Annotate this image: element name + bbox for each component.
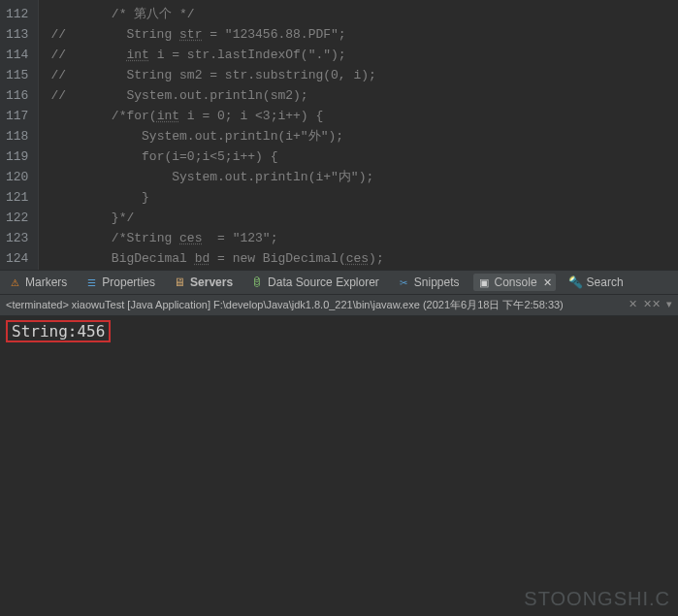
line-number: 114 <box>6 45 28 65</box>
code-line[interactable]: System.out.println(i+"内"); <box>50 167 678 187</box>
line-number: 124 <box>6 248 28 269</box>
line-number: 121 <box>6 187 28 208</box>
code-area[interactable]: /* 第八个 */// String str = "123456.88.PDF"… <box>39 0 678 270</box>
line-number: 118 <box>6 126 28 146</box>
tab-console[interactable]: ▣Console✕ <box>473 274 556 291</box>
database-icon: 🛢 <box>250 276 264 289</box>
remove-launch-icon[interactable]: ✕ <box>629 298 637 312</box>
code-line[interactable]: BigDecimal bd = new BigDecimal(ces); <box>50 248 678 269</box>
code-line[interactable]: /* 第八个 */ <box>50 4 678 24</box>
properties-icon: ☰ <box>84 276 98 289</box>
line-gutter: 1121131141151161171181191201211221231241… <box>0 0 39 270</box>
code-line[interactable]: System.out.println(i+"外"); <box>50 126 678 146</box>
code-line[interactable]: /*String ces = "123"; <box>50 228 678 248</box>
search-icon: 🔦 <box>569 276 583 289</box>
code-line[interactable]: // String sm2 = str.substring(0, i); <box>50 65 678 85</box>
tab-servers[interactable]: 🖥Servers <box>169 274 237 291</box>
tab-label: Snippets <box>414 276 460 289</box>
snippets-icon: ✂ <box>397 276 410 289</box>
code-editor[interactable]: 1121131141151161171181191201211221231241… <box>0 0 678 270</box>
markers-icon: ⚠ <box>8 276 21 289</box>
more-icon[interactable]: ▾ <box>666 298 672 312</box>
code-line[interactable]: // String str = "123456.88.PDF"; <box>50 24 678 45</box>
line-number: 116 <box>6 85 28 106</box>
line-number: 117 <box>6 106 28 126</box>
line-number: 122 <box>6 208 28 228</box>
line-number: 113 <box>6 24 28 45</box>
line-number: 115 <box>6 65 28 85</box>
views-tabbar[interactable]: ⚠Markers☰Properties🖥Servers🛢Data Source … <box>0 270 678 295</box>
tab-label: Markers <box>25 276 67 289</box>
close-icon[interactable]: ✕ <box>543 276 552 289</box>
code-line[interactable]: // int i = str.lastIndexOf("."); <box>50 45 678 65</box>
console-status: <terminated> xiaowuTest [Java Applicatio… <box>0 295 678 316</box>
tab-properties[interactable]: ☰Properties <box>81 274 159 291</box>
console-icon: ▣ <box>477 276 491 289</box>
code-line[interactable]: for(i=0;i<5;i++) { <box>50 146 678 167</box>
tab-label: Properties <box>102 276 155 289</box>
tab-data source explorer[interactable]: 🛢Data Source Explorer <box>246 274 383 291</box>
code-line[interactable]: } <box>50 187 678 208</box>
remove-all-icon[interactable]: ✕✕ <box>643 298 661 312</box>
line-number: 112 <box>6 4 28 24</box>
tab-snippets[interactable]: ✂Snippets <box>393 274 464 291</box>
tab-search[interactable]: 🔦Search <box>565 274 628 291</box>
console-toolbar[interactable]: ✕ ✕✕ ▾ <box>629 298 672 312</box>
console-panel[interactable]: String:456 <box>0 316 678 616</box>
code-line[interactable]: }*/ <box>50 208 678 228</box>
code-line[interactable]: // System.out.println(sm2); <box>50 85 678 106</box>
line-number: 123 <box>6 228 28 248</box>
console-output: String:456 <box>6 320 111 342</box>
tab-label: Data Source Explorer <box>268 276 379 289</box>
tab-label: Servers <box>190 276 233 289</box>
line-number: 119 <box>6 146 28 167</box>
line-number: 120 <box>6 167 28 187</box>
servers-icon: 🖥 <box>173 276 186 289</box>
tab-markers[interactable]: ⚠Markers <box>4 274 71 291</box>
tab-label: Console <box>495 276 537 289</box>
tab-label: Search <box>587 276 624 289</box>
terminated-label: <terminated> xiaowuTest [Java Applicatio… <box>6 298 564 312</box>
code-line[interactable]: /*for(int i = 0; i <3;i++) { <box>50 106 678 126</box>
